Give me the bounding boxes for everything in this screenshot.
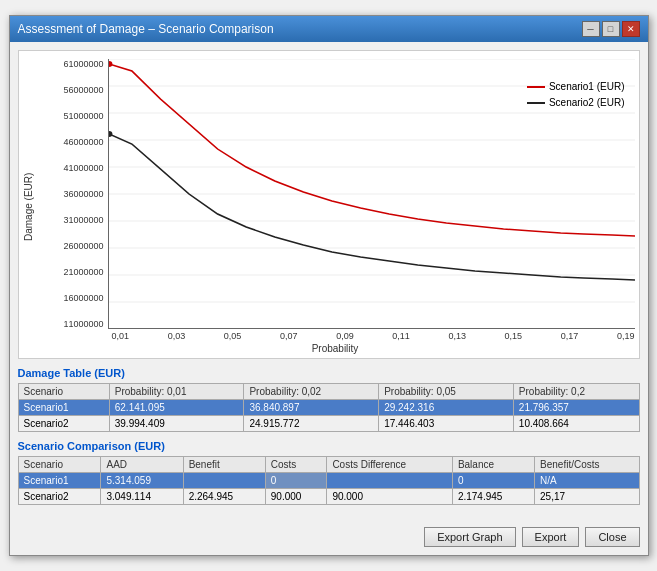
comparison-table-row-1[interactable]: Scenario1 5.314.059 0 0 N/A [18, 473, 639, 489]
damage-cell-2-2: 24.915.772 [244, 416, 379, 432]
window-close-button[interactable]: ✕ [622, 21, 640, 37]
comp-cell-2-2: 2.264.945 [183, 489, 265, 505]
damage-cell-2-3: 17.446.403 [379, 416, 514, 432]
y-axis-label: Damage (EUR) [23, 59, 34, 354]
y-ticks: 61000000 56000000 51000000 46000000 4100… [36, 59, 108, 329]
comp-cell-2-5: 2.174.945 [452, 489, 534, 505]
minimize-button[interactable]: ─ [582, 21, 600, 37]
damage-cell-1-0: Scenario1 [18, 400, 109, 416]
chart-area: Damage (EUR) 61000000 56000000 51000000 … [18, 50, 640, 359]
legend-scenario1-line [527, 86, 545, 88]
chart-inner: 61000000 56000000 51000000 46000000 4100… [36, 59, 635, 354]
chart-legend: Scenario1 (EUR) Scenario2 (EUR) [527, 79, 625, 111]
x-axis-label: Probability [36, 343, 635, 354]
svg-point-10 [109, 61, 112, 67]
close-button[interactable]: Close [585, 527, 639, 547]
comp-cell-2-0: Scenario2 [18, 489, 101, 505]
comparison-header-row: Scenario AAD Benefit Costs Costs Differe… [18, 457, 639, 473]
export-button[interactable]: Export [522, 527, 580, 547]
legend-scenario2: Scenario2 (EUR) [527, 95, 625, 111]
comp-col-aad: AAD [101, 457, 183, 473]
comp-cell-1-3: 0 [265, 473, 327, 489]
damage-cell-1-4: 21.796.357 [513, 400, 639, 416]
damage-table-row-2[interactable]: Scenario2 39.994.409 24.915.772 17.446.4… [18, 416, 639, 432]
comp-cell-1-6: N/A [535, 473, 639, 489]
comp-col-costs-diff: Costs Difference [327, 457, 453, 473]
damage-cell-1-1: 62.141.095 [109, 400, 244, 416]
comp-cell-1-0: Scenario1 [18, 473, 101, 489]
damage-table-section: Damage Table (EUR) Scenario Probability:… [18, 367, 640, 432]
content-area: Damage (EUR) 61000000 56000000 51000000 … [10, 42, 648, 521]
comp-cell-1-4 [327, 473, 453, 489]
comp-cell-1-1: 5.314.059 [101, 473, 183, 489]
comp-cell-2-1: 3.049.114 [101, 489, 183, 505]
damage-cell-1-2: 36.840.897 [244, 400, 379, 416]
comp-cell-2-4: 90.000 [327, 489, 453, 505]
damage-cell-2-0: Scenario2 [18, 416, 109, 432]
legend-scenario2-line [527, 102, 545, 104]
comp-col-scenario: Scenario [18, 457, 101, 473]
export-graph-button[interactable]: Export Graph [424, 527, 515, 547]
damage-table-header-row: Scenario Probability: 0,01 Probability: … [18, 384, 639, 400]
comparison-table: Scenario AAD Benefit Costs Costs Differe… [18, 456, 640, 505]
titlebar: Assessment of Damage – Scenario Comparis… [10, 16, 648, 42]
damage-table-row-1[interactable]: Scenario1 62.141.095 36.840.897 29.242.3… [18, 400, 639, 416]
comp-col-costs: Costs [265, 457, 327, 473]
x-ticks: 0,01 0,03 0,05 0,07 0,09 0,11 0,13 0,15 … [112, 329, 635, 341]
damage-col-scenario: Scenario [18, 384, 109, 400]
damage-cell-1-3: 29.242.316 [379, 400, 514, 416]
damage-col-prob4: Probability: 0,2 [513, 384, 639, 400]
damage-col-prob1: Probability: 0,01 [109, 384, 244, 400]
chart-container: Damage (EUR) 61000000 56000000 51000000 … [23, 59, 635, 354]
damage-cell-2-4: 10.408.664 [513, 416, 639, 432]
legend-scenario1-label: Scenario1 (EUR) [549, 79, 625, 95]
comp-cell-1-2 [183, 473, 265, 489]
comparison-table-row-2[interactable]: Scenario2 3.049.114 2.264.945 90.000 90.… [18, 489, 639, 505]
damage-table: Scenario Probability: 0,01 Probability: … [18, 383, 640, 432]
maximize-button[interactable]: □ [602, 21, 620, 37]
legend-scenario1: Scenario1 (EUR) [527, 79, 625, 95]
comp-col-benefit: Benefit [183, 457, 265, 473]
titlebar-buttons: ─ □ ✕ [582, 21, 640, 37]
comp-col-balance: Balance [452, 457, 534, 473]
damage-col-prob3: Probability: 0,05 [379, 384, 514, 400]
comp-cell-2-6: 25,17 [535, 489, 639, 505]
damage-col-prob2: Probability: 0,02 [244, 384, 379, 400]
window-title: Assessment of Damage – Scenario Comparis… [18, 22, 274, 36]
comp-col-benefit-costs: Benefit/Costs [535, 457, 639, 473]
comp-cell-1-5: 0 [452, 473, 534, 489]
footer: Export Graph Export Close [10, 521, 648, 555]
comparison-table-section: Scenario Comparison (EUR) Scenario AAD B… [18, 440, 640, 505]
damage-table-title: Damage Table (EUR) [18, 367, 640, 379]
main-window: Assessment of Damage – Scenario Comparis… [9, 15, 649, 556]
damage-cell-2-1: 39.994.409 [109, 416, 244, 432]
comparison-table-title: Scenario Comparison (EUR) [18, 440, 640, 452]
comp-cell-2-3: 90.000 [265, 489, 327, 505]
legend-scenario2-label: Scenario2 (EUR) [549, 95, 625, 111]
